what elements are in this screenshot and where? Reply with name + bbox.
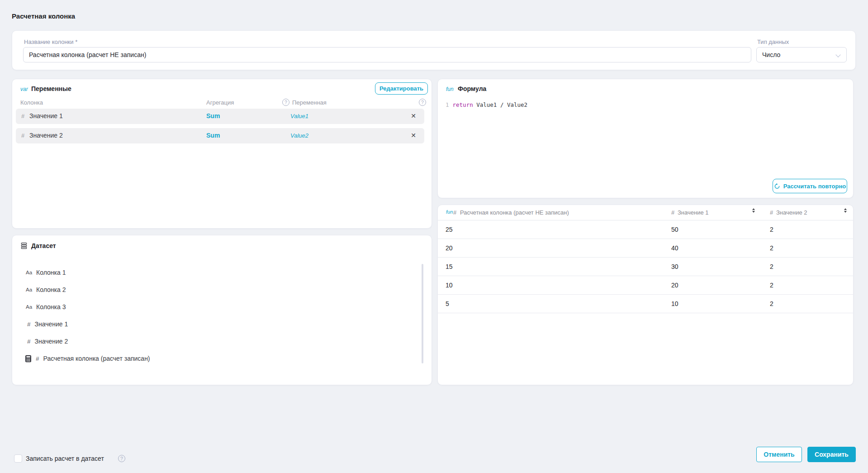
aggregation-value[interactable]: Sum: [206, 112, 220, 119]
line-number: 1: [446, 101, 449, 108]
variable-column-name: Значение 1: [29, 112, 63, 119]
variable-name: Value2: [290, 132, 308, 139]
preview-column-header: Расчетная колонка (расчет НЕ записан): [460, 209, 569, 216]
number-type-icon: #: [671, 209, 674, 216]
cell-value: 2: [770, 300, 773, 307]
variables-title: Переменные: [31, 85, 71, 92]
dataset-field-label: Расчетная колонка (расчет записан): [43, 355, 150, 362]
cell-value: 30: [671, 263, 678, 270]
data-type-select[interactable]: Число: [756, 47, 847, 62]
cell-value: 2: [770, 282, 773, 289]
dataset-field-item[interactable]: # Расчетная колонка (расчет записан): [25, 354, 150, 363]
type-field-label: Тип данных: [757, 38, 789, 45]
table-row: 10 20 2: [438, 276, 853, 295]
formula-panel: fun Формула 1return Value1 / Value2 Расс…: [437, 79, 854, 198]
write-to-dataset-label: Записать расчет в датасет: [26, 455, 104, 462]
dataset-field-label: Значение 2: [35, 338, 68, 345]
dataset-title: Датасет: [31, 242, 56, 249]
preview-column-header: Значение 1: [678, 209, 709, 216]
table-row: 5 10 2: [438, 295, 853, 313]
table-row: 25 50 2: [438, 220, 853, 239]
code-expression: Value1 / Value2: [476, 101, 527, 108]
calculator-icon: [25, 355, 32, 363]
text-type-icon: Aa: [26, 287, 32, 292]
formula-code-editor[interactable]: 1return Value1 / Value2: [446, 101, 527, 109]
recalculate-label: Рассчитать повторно: [783, 183, 846, 190]
variable-header: Переменная: [292, 99, 327, 106]
dataset-field-item[interactable]: Aa Колонка 2: [26, 285, 66, 295]
table-row: 20 40 2: [438, 239, 853, 258]
text-type-icon: Aa: [26, 304, 32, 310]
cell-value: 2: [770, 226, 773, 233]
fun-tag-icon: fun: [446, 209, 453, 215]
variable-name: Value1: [290, 113, 308, 119]
aggregation-value[interactable]: Sum: [206, 132, 220, 139]
dataset-field-label: Значение 1: [35, 320, 68, 328]
formula-title: Формула: [458, 85, 486, 92]
number-type-icon: #: [36, 355, 39, 362]
cell-value: 5: [446, 300, 449, 307]
variable-column-name: Значение 2: [29, 132, 63, 139]
dataset-field-item[interactable]: Aa Колонка 3: [26, 302, 66, 312]
dataset-panel: Датасет Aa Колонка 1 Aa Колонка 2 Aa Кол…: [12, 235, 432, 385]
cell-value: 50: [671, 226, 678, 233]
column-settings-card: Название колонки * Тип данных Число: [12, 30, 856, 70]
dataset-field-item[interactable]: # Значение 1: [27, 319, 68, 329]
cell-value: 2: [770, 244, 773, 252]
edit-variables-button[interactable]: Редактировать: [375, 82, 428, 95]
chevron-down-icon: [835, 52, 840, 57]
preview-table-panel: fun # Расчетная колонка (расчет НЕ запис…: [437, 205, 854, 385]
preview-header-row: fun # Расчетная колонка (расчет НЕ запис…: [438, 205, 853, 220]
cell-value: 15: [446, 263, 453, 270]
help-icon[interactable]: ?: [419, 99, 426, 106]
number-type-icon: #: [770, 209, 773, 216]
write-to-dataset-checkbox[interactable]: [14, 454, 22, 463]
close-icon[interactable]: ✕: [411, 132, 416, 139]
table-row: 15 30 2: [438, 258, 853, 276]
save-button[interactable]: Сохранить: [807, 447, 856, 462]
cell-value: 20: [671, 282, 678, 289]
help-icon[interactable]: ?: [282, 99, 289, 106]
dataset-scrollbar[interactable]: [422, 264, 423, 363]
var-tag-icon: var: [20, 86, 28, 92]
sort-icon[interactable]: [844, 208, 847, 213]
variable-row: # Значение 1 Sum Value1 ✕: [16, 109, 424, 124]
number-type-icon: #: [27, 321, 31, 328]
column-name-input[interactable]: [23, 47, 751, 62]
dataset-field-label: Колонка 2: [36, 286, 66, 293]
sort-icon[interactable]: [752, 208, 755, 213]
dataset-field-label: Колонка 1: [36, 269, 66, 276]
code-keyword: return: [453, 101, 473, 108]
name-field-label: Название колонки *: [24, 38, 77, 45]
dataset-field-item[interactable]: Aa Колонка 1: [26, 268, 66, 277]
number-type-icon: #: [21, 113, 24, 119]
number-type-icon: #: [27, 338, 31, 345]
cancel-button[interactable]: Отменить: [756, 447, 802, 462]
dataset-field-label: Колонка 3: [36, 303, 66, 311]
cell-value: 10: [446, 282, 453, 289]
close-icon[interactable]: ✕: [411, 112, 416, 119]
page-title: Расчетная колонка: [12, 12, 75, 20]
aggregation-header: Агрегация: [206, 99, 234, 106]
variables-header-row: Колонка Агрегация ? Переменная ?: [12, 99, 432, 106]
cell-value: 10: [671, 300, 678, 307]
column-header: Колонка: [20, 99, 43, 106]
cell-value: 2: [770, 263, 773, 270]
cell-value: 25: [446, 226, 453, 233]
variables-panel: var Переменные Редактировать Колонка Агр…: [12, 79, 432, 229]
preview-column-header: Значение 2: [776, 209, 807, 216]
cell-value: 40: [671, 244, 678, 252]
recalculate-button[interactable]: Рассчитать повторно: [773, 179, 847, 193]
text-type-icon: Aa: [26, 270, 32, 275]
variable-row: # Значение 2 Sum Value2 ✕: [16, 128, 424, 143]
number-type-icon: #: [21, 132, 24, 139]
cell-value: 20: [446, 244, 453, 252]
fun-tag-icon: fun: [446, 86, 454, 92]
data-type-value: Число: [762, 51, 780, 58]
help-icon[interactable]: ?: [118, 455, 125, 462]
number-type-icon: #: [453, 209, 456, 216]
dataset-field-item[interactable]: # Значение 2: [27, 336, 68, 346]
refresh-icon: [774, 183, 780, 189]
dataset-icon: [20, 242, 28, 251]
